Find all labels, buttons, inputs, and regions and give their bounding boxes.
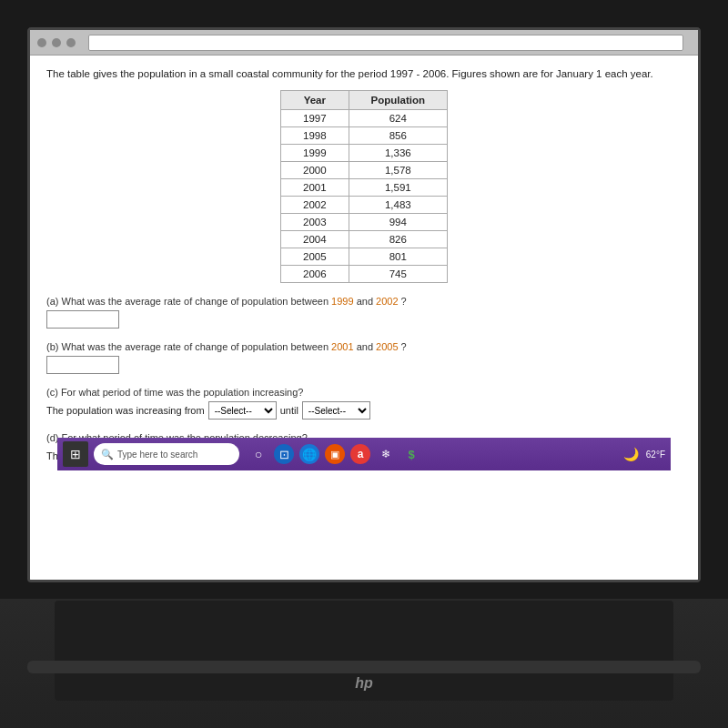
table-cell: 801 xyxy=(349,248,447,266)
table-row: 1997624 xyxy=(280,110,447,127)
taskbar-icon-dollar[interactable]: $ xyxy=(401,444,421,464)
question-a-year1: 1999 xyxy=(331,296,353,307)
question-a-year2: 2002 xyxy=(376,296,398,307)
table-cell: 2004 xyxy=(280,231,349,248)
question-a-block: (a) What was the average rate of change … xyxy=(46,296,682,329)
table-cell: 2001 xyxy=(280,179,349,197)
table-row: 20011,591 xyxy=(280,179,447,197)
col-header-year: Year xyxy=(280,91,349,110)
table-cell: 856 xyxy=(349,127,447,145)
table-cell: 1997 xyxy=(280,110,349,127)
table-row: 20001,578 xyxy=(280,162,447,179)
table-cell: 1,591 xyxy=(349,179,447,197)
table-cell: 1999 xyxy=(280,145,349,162)
taskbar-icon-dropbox[interactable]: ❄ xyxy=(376,444,396,464)
data-table: Year Population 1997624199885619991,3362… xyxy=(280,90,448,283)
question-b-label: (b) What was the average rate of change … xyxy=(46,341,682,352)
table-row: 1998856 xyxy=(280,127,447,145)
address-bar[interactable] xyxy=(88,35,683,51)
table-cell: 1,578 xyxy=(349,162,447,179)
question-c-label: (c) For what period of time was the popu… xyxy=(46,387,682,398)
browser-bar xyxy=(30,30,698,56)
start-button[interactable]: ⊞ xyxy=(63,441,88,467)
browser-dot-3 xyxy=(66,38,76,47)
taskbar-icon-circle[interactable]: ○ xyxy=(248,444,268,464)
question-c-until-label: until xyxy=(280,405,298,416)
question-b-year2: 2005 xyxy=(376,341,398,352)
taskbar: ⊞ 🔍 Type here to search ○ ⊡ 🌐 ▣ a ❄ $ 🌙 … xyxy=(57,438,671,470)
hp-logo: hp xyxy=(355,675,373,692)
temperature-display: 62°F xyxy=(646,450,665,460)
table-cell: 1,336 xyxy=(349,145,447,162)
table-row: 2006745 xyxy=(280,266,447,283)
question-a-mid: and xyxy=(357,296,376,307)
question-a-text: (a) What was the average rate of change … xyxy=(46,296,329,307)
question-c-block: (c) For what period of time was the popu… xyxy=(46,387,682,420)
question-b-suffix: ? xyxy=(401,341,407,352)
question-a-suffix: ? xyxy=(401,296,407,307)
table-cell: 1,483 xyxy=(349,197,447,214)
laptop-screen: The table gives the population in a smal… xyxy=(27,27,701,582)
table-row: 19991,336 xyxy=(280,145,447,162)
intro-text: The table gives the population in a smal… xyxy=(46,68,682,79)
browser-dot-1 xyxy=(37,38,46,47)
answer-a-input[interactable] xyxy=(46,310,119,329)
question-c-until-select[interactable]: --Select-- 19971998199920002001200220032… xyxy=(302,401,370,420)
question-c-row: The population was increasing from --Sel… xyxy=(46,401,682,420)
table-row: 2003994 xyxy=(280,214,447,231)
taskbar-search-box[interactable]: 🔍 Type here to search xyxy=(94,443,239,465)
taskbar-icon-edge[interactable]: 🌐 xyxy=(299,444,319,464)
table-cell: 2006 xyxy=(280,266,349,283)
page-content: The table gives the population in a smal… xyxy=(30,56,698,580)
answer-b-input[interactable] xyxy=(46,356,119,374)
table-cell: 2002 xyxy=(280,197,349,214)
question-c-from-select[interactable]: --Select-- 19971998199920002001200220032… xyxy=(208,401,277,420)
question-b-year1: 2001 xyxy=(331,341,353,352)
question-b-text: (b) What was the average rate of change … xyxy=(46,341,329,352)
table-cell: 1998 xyxy=(280,127,349,145)
question-a-label: (a) What was the average rate of change … xyxy=(46,296,682,307)
table-row: 2005801 xyxy=(280,248,447,266)
taskbar-icon-folder[interactable]: ▣ xyxy=(325,444,345,464)
browser-dot-2 xyxy=(52,38,61,47)
question-b-mid: and xyxy=(357,341,376,352)
laptop-body: hp xyxy=(0,582,728,728)
taskbar-icon-grid[interactable]: ⊡ xyxy=(274,444,294,464)
table-cell: 2003 xyxy=(280,214,349,231)
table-cell: 994 xyxy=(349,214,447,231)
laptop-hinge xyxy=(0,582,728,599)
question-b-block: (b) What was the average rate of change … xyxy=(46,341,682,374)
table-cell: 624 xyxy=(349,110,447,127)
table-cell: 2000 xyxy=(280,162,349,179)
taskbar-icons: ○ ⊡ 🌐 ▣ a ❄ $ xyxy=(248,444,421,464)
table-cell: 745 xyxy=(349,266,447,283)
table-row: 20021,483 xyxy=(280,197,447,214)
table-cell: 826 xyxy=(349,231,447,248)
moon-icon: 🌙 xyxy=(623,447,639,461)
search-text: Type here to search xyxy=(117,450,197,460)
laptop-touchpad xyxy=(27,661,701,673)
taskbar-right: 🌙 62°F xyxy=(623,447,665,461)
col-header-population: Population xyxy=(349,91,447,110)
question-c-sublabel: The population was increasing from xyxy=(46,405,205,416)
table-row: 2004826 xyxy=(280,231,447,248)
table-cell: 2005 xyxy=(280,248,349,266)
search-icon: 🔍 xyxy=(101,449,114,460)
taskbar-icon-a[interactable]: a xyxy=(350,444,370,464)
